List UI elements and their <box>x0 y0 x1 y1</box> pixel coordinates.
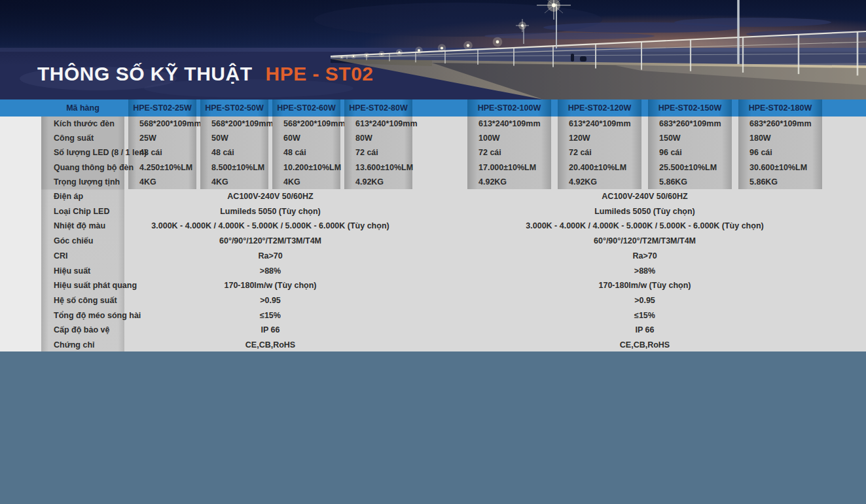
row-label: Góc chiếu <box>41 234 124 249</box>
row-label: Nhiệt độ màu <box>41 219 124 234</box>
spec-cell: 4KG <box>128 175 196 189</box>
spec-cell: 17.000±10%LM <box>467 160 551 175</box>
spec-cell: 4KG <box>272 175 340 189</box>
spec-cell: 30.600±10%LM <box>738 160 822 175</box>
spec-column: 568*200*109mm60W48 cái10.200±10%LM4KG <box>272 117 340 189</box>
spec-cell: 72 cái <box>467 145 551 160</box>
spec-cell: 96 cái <box>738 145 822 160</box>
row-label-column: Kích thước đènCông suấtSố lượng LED (8 /… <box>41 99 124 351</box>
shared-spec-value: Ra>70 <box>467 249 822 264</box>
spec-cell: 613*240*109mm <box>467 117 551 131</box>
spec-cell: 50W <box>200 131 268 145</box>
table-header-row: Mã hàng HPE-ST02-25WHPE-ST02-50WHPE-ST02… <box>0 99 866 117</box>
spec-cell: 4KG <box>200 175 268 189</box>
shared-spec-value: >88% <box>128 264 412 279</box>
spec-cell: 48 cái <box>272 145 340 160</box>
spec-column: 568*200*109mm50W48 cái8.500±10%LM4KG <box>200 117 268 189</box>
shared-spec-value: Ra>70 <box>128 249 412 264</box>
merged-values-right-group: AC100V-240V 50/60HZLumileds 5050 (Tùy ch… <box>467 189 822 353</box>
spec-cell: 613*240*109mm <box>558 117 641 131</box>
column-header: HPE-ST02-80W <box>344 99 412 117</box>
shared-spec-value: 170-180lm/w (Tùy chọn) <box>128 278 412 293</box>
shared-spec-value: 3.000K - 4.000K / 4.000K - 5.000K / 5.00… <box>467 219 822 234</box>
row-label: Kích thước đèn <box>41 117 124 131</box>
spec-cell: 100W <box>467 131 551 145</box>
spec-cell: 8.500±10%LM <box>200 160 268 175</box>
spec-cell: 150W <box>648 131 732 145</box>
shared-spec-value: CE,CB,RoHS <box>467 338 822 353</box>
spec-cell: 683*260*109mm <box>648 117 732 131</box>
column-header: HPE-ST02-60W <box>272 99 340 117</box>
spec-sheet-page: THÔNG SỐ KỸ THUẬTHPE - ST02 Kích thước đ… <box>0 0 866 504</box>
hero-banner: THÔNG SỐ KỸ THUẬTHPE - ST02 <box>0 0 866 99</box>
spec-cell: 13.600±10%LM <box>344 160 412 175</box>
spec-cell: 80W <box>344 131 412 145</box>
spec-column: 613*240*109mm120W72 cái20.400±10%LM4.92K… <box>558 117 641 189</box>
spec-cell: 10.200±10%LM <box>272 160 340 175</box>
shared-spec-value: >88% <box>467 264 822 279</box>
shared-spec-value: 60°/90°/120°/T2M/T3M/T4M <box>467 234 822 249</box>
spec-cell: 568*200*109mm <box>200 117 268 131</box>
shared-spec-value: 60°/90°/120°/T2M/T3M/T4M <box>128 234 412 249</box>
shared-spec-value: IP 66 <box>467 323 822 338</box>
page-title: THÔNG SỐ KỸ THUẬTHPE - ST02 <box>37 63 374 85</box>
row-label: Điện áp <box>41 189 124 204</box>
spec-table: Kích thước đènCông suấtSố lượng LED (8 /… <box>0 99 866 351</box>
row-label: Quang thông bộ đèn <box>41 160 124 175</box>
spec-cell: 568*200*109mm <box>272 117 340 131</box>
spec-cell: 72 cái <box>558 145 641 160</box>
corner-header: Mã hàng <box>41 99 124 117</box>
left-margin-strip <box>0 99 41 351</box>
spec-cell: 4.92KG <box>344 175 412 189</box>
spec-cell: 4.92KG <box>467 175 551 189</box>
row-label: Số lượng LED (8 / 1 len) <box>41 145 124 160</box>
spec-cell: 683*260*109mm <box>738 117 822 131</box>
row-label: Hiệu suất phát quang <box>41 278 124 293</box>
spec-cell: 25.500±10%LM <box>648 160 732 175</box>
spec-cell: 25W <box>128 131 196 145</box>
spec-cell: 4.92KG <box>558 175 641 189</box>
spec-cell: 48 cái <box>200 145 268 160</box>
model-code: HPE - ST02 <box>266 63 374 84</box>
spec-column: 613*240*109mm100W72 cái17.000±10%LM4.92K… <box>467 117 551 189</box>
shared-spec-value: >0.95 <box>467 293 822 308</box>
drawings-section: ✓BẢN VẼ KỸ THUẬT (Đv: mm) 200 568 109 <box>0 351 866 504</box>
shared-spec-value: ≤15% <box>128 308 412 323</box>
spec-cell: 180W <box>738 131 822 145</box>
shared-spec-value: CE,CB,RoHS <box>128 338 412 353</box>
shared-spec-value: >0.95 <box>128 293 412 308</box>
spec-cell: 5.86KG <box>648 175 732 189</box>
row-label: Trọng lượng tịnh <box>41 175 124 189</box>
spec-cell: 120W <box>558 131 641 145</box>
spec-cell: 72 cái <box>344 145 412 160</box>
spec-cell: 5.86KG <box>738 175 822 189</box>
row-label: Công suất <box>41 131 124 145</box>
column-header: HPE-ST02-150W <box>648 99 732 117</box>
spec-cell: 20.400±10%LM <box>558 160 641 175</box>
spec-column: 613*240*109mm80W72 cái13.600±10%LM4.92KG <box>344 117 412 189</box>
spec-cell: 96 cái <box>648 145 732 160</box>
spec-column: 683*260*109mm150W96 cái25.500±10%LM5.86K… <box>648 117 732 189</box>
row-label: Loại Chip LED <box>41 204 124 219</box>
row-label: Chứng chỉ <box>41 338 124 353</box>
row-label: CRI <box>41 249 124 264</box>
shared-spec-value: 3.000K - 4.000K / 4.000K - 5.000K / 5.00… <box>128 219 412 234</box>
spec-column: 683*260*109mm180W96 cái30.600±10%LM5.86K… <box>738 117 822 189</box>
row-label: Hệ số công suất <box>41 293 124 308</box>
column-header: HPE-ST02-120W <box>558 99 641 117</box>
spec-cell: 4.250±10%LM <box>128 160 196 175</box>
shared-spec-value: IP 66 <box>128 323 412 338</box>
row-label: Tổng độ méo sóng hài <box>41 308 124 323</box>
page-title-text: THÔNG SỐ KỸ THUẬT <box>37 63 253 84</box>
shared-spec-value: AC100V-240V 50/60HZ <box>467 189 822 204</box>
spec-cell: 60W <box>272 131 340 145</box>
shared-spec-value: Lumileds 5050 (Tùy chọn) <box>128 204 412 219</box>
shared-spec-value: AC100V-240V 50/60HZ <box>128 189 412 204</box>
shared-spec-value: Lumileds 5050 (Tùy chọn) <box>467 204 822 219</box>
spec-cell: 613*240*109mm <box>344 117 412 131</box>
row-label: Hiệu suất <box>41 264 124 279</box>
column-header: HPE-ST02-180W <box>738 99 822 117</box>
shared-spec-value: 170-180lm/w (Tùy chọn) <box>467 278 822 293</box>
column-header: HPE-ST02-25W <box>128 99 196 117</box>
spec-cell: 568*200*109mm <box>128 117 196 131</box>
